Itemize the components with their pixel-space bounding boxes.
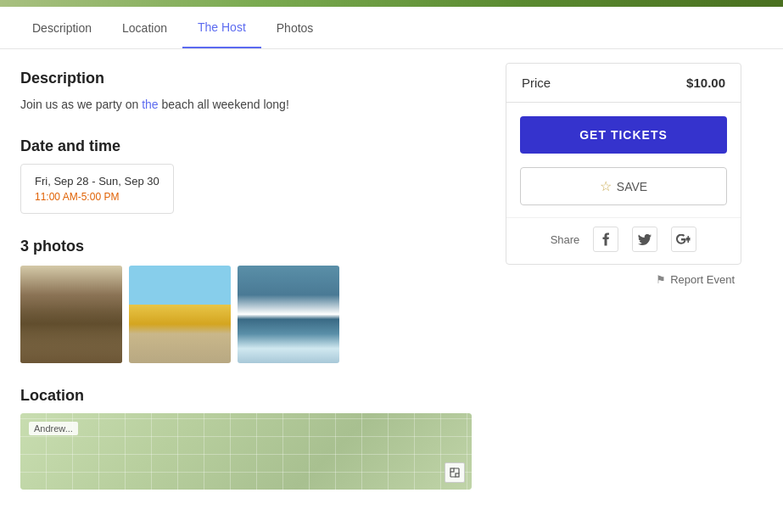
nav-item-the-host[interactable]: The Host (182, 7, 261, 48)
nav-item-photos[interactable]: Photos (261, 7, 329, 48)
price-label: Price (522, 76, 551, 90)
page-layout: Description Join us as we party on the b… (0, 49, 783, 510)
share-label: Share (551, 233, 580, 246)
photos-grid (20, 266, 472, 363)
report-event-label: Report Event (670, 273, 735, 286)
google-plus-icon[interactable] (671, 227, 696, 252)
time-range: 11:00 AM-5:00 PM (35, 191, 159, 203)
description-text-part2: beach all weekend long! (159, 98, 289, 111)
top-navigation: Description Location The Host Photos (0, 7, 783, 49)
map-label: Andrew... (29, 422, 78, 435)
date-card: Fri, Sep 28 - Sun, Sep 30 11:00 AM-5:00 … (20, 164, 174, 214)
date-range: Fri, Sep 28 - Sun, Sep 30 (35, 175, 159, 188)
share-row: Share (506, 217, 741, 264)
save-button[interactable]: ☆ SAVE (520, 167, 727, 205)
location-section: Location Andrew... (20, 387, 472, 490)
top-image-bar (0, 0, 783, 7)
description-highlight: the (142, 98, 158, 111)
twitter-icon[interactable] (632, 227, 657, 252)
date-section: Date and time Fri, Sep 28 - Sun, Sep 30 … (20, 137, 472, 214)
map-placeholder[interactable]: Andrew... (20, 413, 472, 490)
description-section: Description Join us as we party on the b… (20, 70, 472, 114)
facebook-icon[interactable] (593, 227, 618, 252)
save-label: SAVE (617, 180, 647, 193)
description-text-part1: Join us as we party on (20, 98, 142, 111)
photo-3[interactable] (238, 266, 339, 363)
sidebar: Price $10.00 GET TICKETS ☆ SAVE Share (492, 49, 755, 510)
photo-2[interactable] (129, 266, 231, 363)
nav-item-description[interactable]: Description (17, 7, 107, 48)
star-icon: ☆ (600, 178, 612, 194)
flag-icon: ⚑ (656, 273, 666, 286)
map-expand-icon[interactable] (445, 462, 465, 483)
svg-rect-1 (456, 473, 459, 477)
price-value: $10.00 (686, 76, 725, 90)
photo-1[interactable] (20, 266, 122, 363)
description-text: Join us as we party on the beach all wee… (20, 96, 472, 114)
date-title: Date and time (20, 137, 472, 155)
sidebar-card: Price $10.00 GET TICKETS ☆ SAVE Share (506, 63, 741, 265)
price-row: Price $10.00 (506, 64, 741, 103)
description-title: Description (20, 70, 472, 87)
nav-item-location[interactable]: Location (107, 7, 182, 48)
main-content: Description Join us as we party on the b… (0, 49, 492, 510)
svg-rect-0 (450, 468, 454, 472)
report-event[interactable]: ⚑ Report Event (506, 265, 741, 286)
location-title: Location (20, 387, 472, 405)
get-tickets-button[interactable]: GET TICKETS (520, 116, 727, 154)
photos-title: 3 photos (20, 238, 472, 255)
photos-section: 3 photos (20, 238, 472, 363)
